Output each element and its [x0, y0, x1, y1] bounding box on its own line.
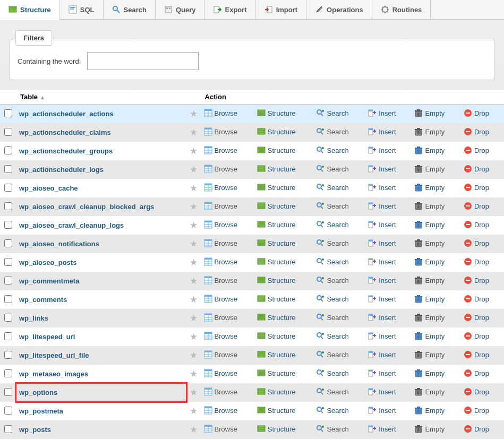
structure-link[interactable]: Structure [257, 295, 296, 303]
search-link[interactable]: Search [316, 276, 348, 284]
favorite-star-icon[interactable]: ★ [190, 109, 198, 119]
row-checkbox[interactable] [4, 425, 12, 433]
table-name-link[interactable]: wp_comments [19, 296, 67, 304]
tab-operations[interactable]: Operations [306, 0, 372, 19]
drop-link[interactable]: Drop [464, 276, 489, 284]
favorite-star-icon[interactable]: ★ [190, 127, 198, 137]
browse-link[interactable]: Browse [204, 332, 237, 340]
row-checkbox[interactable] [4, 388, 12, 396]
favorite-star-icon[interactable]: ★ [190, 350, 198, 360]
search-link[interactable]: Search [316, 146, 348, 154]
browse-link[interactable]: Browse [204, 220, 237, 229]
insert-link[interactable]: Insert [368, 146, 396, 154]
structure-link[interactable]: Structure [257, 406, 296, 415]
empty-link[interactable]: Empty [414, 387, 445, 396]
search-link[interactable]: Search [316, 387, 348, 396]
table-name-link[interactable]: wp_aioseo_cache [19, 184, 78, 192]
row-checkbox[interactable] [4, 202, 12, 210]
search-link[interactable]: Search [316, 425, 348, 433]
structure-link[interactable]: Structure [257, 127, 296, 136]
empty-link[interactable]: Empty [414, 406, 445, 415]
table-name-link[interactable]: wp_actionscheduler_logs [19, 166, 104, 174]
browse-link[interactable]: Browse [204, 406, 237, 415]
tab-routines[interactable]: Routines [372, 0, 431, 19]
favorite-star-icon[interactable]: ★ [190, 387, 198, 398]
containing-word-input[interactable] [87, 52, 199, 70]
insert-link[interactable]: Insert [368, 295, 396, 303]
empty-link[interactable]: Empty [414, 127, 445, 136]
table-name-link[interactable]: wp_actionscheduler_groups [19, 147, 113, 155]
row-checkbox[interactable] [4, 351, 12, 359]
header-table[interactable]: Table▲ [16, 90, 186, 105]
insert-link[interactable]: Insert [368, 220, 396, 229]
favorite-star-icon[interactable]: ★ [190, 220, 198, 230]
insert-link[interactable]: Insert [368, 183, 396, 192]
table-name-link[interactable]: wp_links [19, 314, 48, 322]
browse-link[interactable]: Browse [204, 425, 237, 433]
structure-link[interactable]: Structure [257, 387, 296, 396]
drop-link[interactable]: Drop [464, 369, 489, 377]
table-name-link[interactable]: wp_litespeed_url [19, 333, 75, 341]
table-name-link[interactable]: wp_commentmeta [19, 277, 79, 285]
row-checkbox[interactable] [4, 277, 12, 284]
search-link[interactable]: Search [316, 220, 348, 229]
drop-link[interactable]: Drop [464, 406, 489, 415]
empty-link[interactable]: Empty [414, 332, 445, 340]
insert-link[interactable]: Insert [368, 369, 396, 377]
drop-link[interactable]: Drop [464, 425, 489, 433]
drop-link[interactable]: Drop [464, 183, 489, 192]
structure-link[interactable]: Structure [257, 369, 296, 377]
row-checkbox[interactable] [4, 146, 12, 154]
structure-link[interactable]: Structure [257, 239, 296, 247]
favorite-star-icon[interactable]: ★ [190, 183, 198, 193]
insert-link[interactable]: Insert [368, 406, 396, 415]
search-link[interactable]: Search [316, 406, 348, 415]
drop-link[interactable]: Drop [464, 239, 489, 247]
drop-link[interactable]: Drop [464, 202, 489, 210]
tab-structure[interactable]: Structure [0, 0, 60, 20]
browse-link[interactable]: Browse [204, 127, 237, 136]
tab-import[interactable]: Import [256, 0, 306, 19]
table-name-link[interactable]: wp_aioseo_notifications [19, 240, 99, 248]
table-name-link[interactable]: wp_aioseo_posts [19, 258, 76, 266]
drop-link[interactable]: Drop [464, 127, 489, 136]
drop-link[interactable]: Drop [464, 257, 489, 266]
favorite-star-icon[interactable]: ★ [190, 239, 198, 249]
drop-link[interactable]: Drop [464, 387, 489, 396]
structure-link[interactable]: Structure [257, 313, 296, 322]
tab-sql[interactable]: SQL [60, 0, 104, 19]
tab-export[interactable]: Export [204, 0, 255, 19]
browse-link[interactable]: Browse [204, 109, 237, 117]
browse-link[interactable]: Browse [204, 387, 237, 396]
search-link[interactable]: Search [316, 257, 348, 266]
favorite-star-icon[interactable]: ★ [190, 257, 198, 268]
search-link[interactable]: Search [316, 350, 348, 359]
drop-link[interactable]: Drop [464, 109, 489, 117]
empty-link[interactable]: Empty [414, 313, 445, 322]
insert-link[interactable]: Insert [368, 387, 396, 396]
table-name-link[interactable]: wp_postmeta [19, 407, 63, 415]
favorite-star-icon[interactable]: ★ [190, 425, 198, 435]
browse-link[interactable]: Browse [204, 313, 237, 322]
structure-link[interactable]: Structure [257, 183, 296, 192]
insert-link[interactable]: Insert [368, 276, 396, 284]
insert-link[interactable]: Insert [368, 239, 396, 247]
favorite-star-icon[interactable]: ★ [190, 146, 198, 156]
row-checkbox[interactable] [4, 184, 12, 192]
table-name-link[interactable]: wp_aioseo_crawl_cleanup_logs [19, 221, 124, 229]
search-link[interactable]: Search [316, 313, 348, 322]
favorite-star-icon[interactable]: ★ [190, 276, 198, 286]
browse-link[interactable]: Browse [204, 146, 237, 154]
insert-link[interactable]: Insert [368, 332, 396, 340]
browse-link[interactable]: Browse [204, 165, 237, 173]
drop-link[interactable]: Drop [464, 332, 489, 340]
structure-link[interactable]: Structure [257, 332, 296, 340]
insert-link[interactable]: Insert [368, 127, 396, 136]
insert-link[interactable]: Insert [368, 425, 396, 433]
search-link[interactable]: Search [316, 165, 348, 173]
browse-link[interactable]: Browse [204, 202, 237, 210]
empty-link[interactable]: Empty [414, 202, 445, 210]
row-checkbox[interactable] [4, 165, 12, 173]
insert-link[interactable]: Insert [368, 202, 396, 210]
favorite-star-icon[interactable]: ★ [190, 332, 198, 342]
